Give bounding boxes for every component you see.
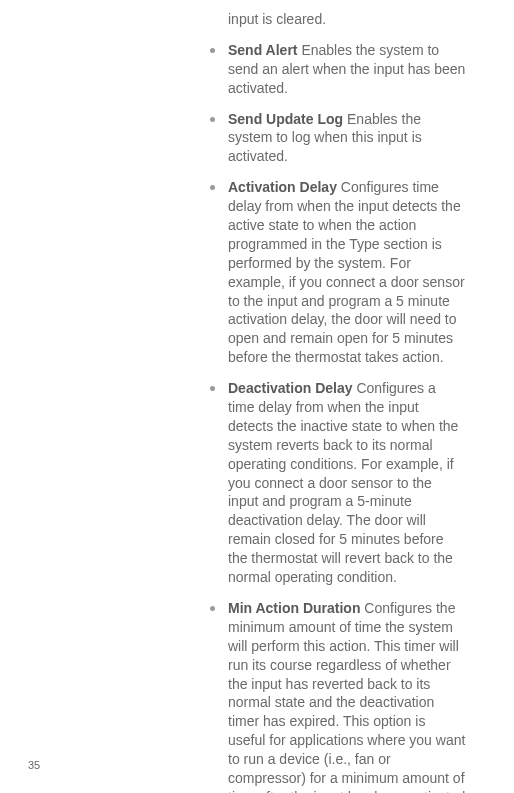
list-item: Send Update Log Enables the system to lo… — [200, 110, 466, 167]
term: Deactivation Delay — [228, 380, 353, 396]
term-description: Configures a time delay from when the in… — [228, 380, 458, 585]
list-item: Min Action Duration Configures the minim… — [200, 599, 466, 793]
list-item: Activation Delay Configures time delay f… — [200, 178, 466, 367]
bullet-list: Send Alert Enables the system to send an… — [200, 41, 466, 793]
term-description: Configures the minimum amount of time th… — [228, 600, 465, 793]
list-item: Deactivation Delay Configures a time del… — [200, 379, 466, 587]
term: Send Update Log — [228, 111, 343, 127]
term: Activation Delay — [228, 179, 337, 195]
document-body: input is cleared. Send Alert Enables the… — [0, 0, 514, 793]
fragment-line: input is cleared. — [200, 10, 466, 29]
list-item: Send Alert Enables the system to send an… — [200, 41, 466, 98]
term-description: Configures time delay from when the inpu… — [228, 179, 465, 365]
term: Min Action Duration — [228, 600, 360, 616]
term: Send Alert — [228, 42, 298, 58]
page-number: 35 — [28, 759, 40, 771]
